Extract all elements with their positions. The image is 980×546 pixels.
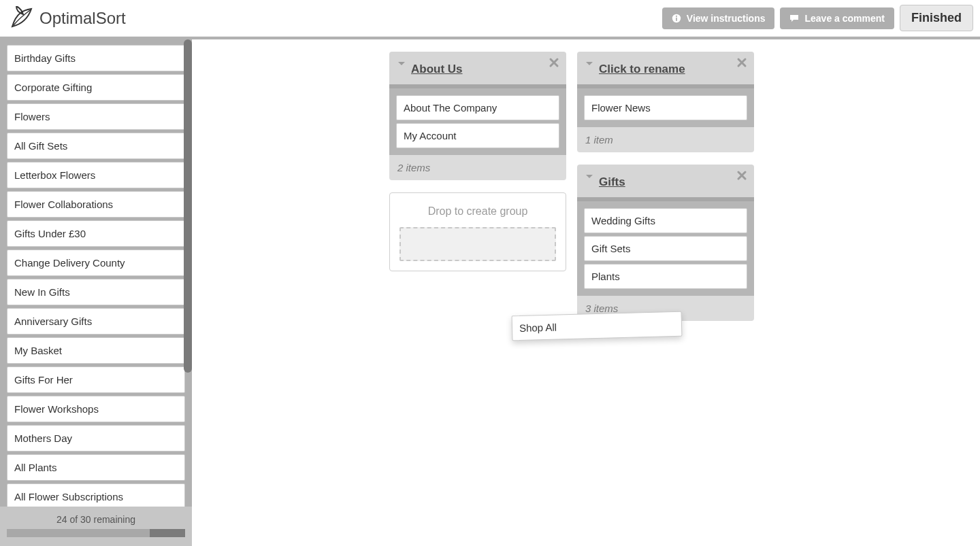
source-card[interactable]: Gifts For Her (7, 366, 185, 393)
group-card[interactable]: Plants (584, 264, 747, 289)
chevron-down-icon[interactable] (585, 173, 593, 181)
app-header: OptimalSort View instructions Leave a co… (0, 0, 980, 37)
source-card[interactable]: Corporate Gifting (7, 74, 185, 101)
drop-label: Drop to create group (399, 205, 556, 218)
source-card[interactable]: My Basket (7, 337, 185, 364)
progress-fill (150, 529, 185, 537)
group-card[interactable]: My Account (396, 123, 559, 148)
leave-comment-label: Leave a comment (804, 13, 885, 24)
close-icon[interactable] (736, 57, 747, 68)
remaining-count: 24 of 30 remaining (56, 514, 135, 525)
source-card[interactable]: Mothers Day (7, 425, 185, 451)
group-click-to-rename[interactable]: Click to rename Flower News 1 item (577, 52, 754, 152)
view-instructions-button[interactable]: View instructions (662, 7, 775, 29)
close-icon[interactable] (549, 57, 559, 68)
group-card[interactable]: About The Company (396, 95, 559, 120)
canvas-column-1: About Us About The CompanyMy Account 2 i… (389, 52, 566, 271)
leave-comment-button[interactable]: Leave a comment (780, 7, 894, 29)
logo-leaf-icon (10, 6, 34, 31)
brand-name: OptimalSort (39, 9, 126, 28)
svg-rect-1 (676, 17, 677, 20)
group-body[interactable]: Flower News (577, 88, 754, 127)
group-card[interactable]: Gift Sets (584, 236, 747, 261)
source-card[interactable]: Flower Collaborations (7, 191, 185, 218)
source-card[interactable]: All Plants (7, 454, 185, 481)
scrollbar-thumb[interactable] (184, 39, 192, 373)
source-footer: 24 of 30 remaining (0, 507, 192, 546)
group-body[interactable]: About The CompanyMy Account (389, 88, 566, 155)
source-card[interactable]: All Flower Subscriptions (7, 483, 185, 507)
group-header[interactable]: Click to rename (577, 52, 754, 88)
info-icon (672, 14, 681, 23)
source-card[interactable]: Change Delivery County (7, 250, 185, 276)
group-title[interactable]: Gifts (599, 175, 625, 189)
drop-create-group[interactable]: Drop to create group (389, 192, 566, 271)
source-card[interactable]: Flowers (7, 103, 185, 130)
source-card[interactable]: Birthday Gifts (7, 45, 185, 71)
group-header[interactable]: Gifts (577, 165, 754, 201)
close-icon[interactable] (736, 170, 747, 181)
group-body[interactable]: Wedding GiftsGift SetsPlants (577, 201, 754, 296)
group-card[interactable]: Flower News (584, 95, 747, 120)
source-card[interactable]: New In Gifts (7, 279, 185, 305)
group-count: 1 item (577, 127, 754, 152)
group-gifts[interactable]: Gifts Wedding GiftsGift SetsPlants 3 ite… (577, 165, 754, 321)
group-count: 2 items (389, 155, 566, 180)
chevron-down-icon[interactable] (585, 60, 593, 68)
sort-canvas[interactable]: About Us About The CompanyMy Account 2 i… (192, 39, 980, 546)
drop-slot[interactable] (399, 227, 556, 261)
header-actions: View instructions Leave a comment Finish… (662, 5, 973, 31)
brand: OptimalSort (7, 6, 126, 31)
source-card[interactable]: All Gift Sets (7, 133, 185, 159)
source-card[interactable]: Flower Workshops (7, 396, 185, 422)
main: Birthday GiftsCorporate GiftingFlowersAl… (0, 39, 980, 546)
source-panel: Birthday GiftsCorporate GiftingFlowersAl… (0, 39, 192, 546)
source-card[interactable]: Letterbox Flowers (7, 162, 185, 188)
dragging-card[interactable]: Shop All (512, 311, 683, 341)
group-title[interactable]: Click to rename (599, 63, 685, 76)
source-card[interactable]: Gifts Under £30 (7, 220, 185, 247)
progress-bar (7, 529, 185, 537)
svg-point-2 (676, 15, 677, 16)
group-header[interactable]: About Us (389, 52, 566, 88)
group-card[interactable]: Wedding Gifts (584, 208, 747, 233)
chevron-down-icon[interactable] (397, 60, 406, 68)
group-title[interactable]: About Us (411, 63, 463, 76)
canvas-column-2: Click to rename Flower News 1 item Gifts (577, 52, 754, 321)
group-about-us[interactable]: About Us About The CompanyMy Account 2 i… (389, 52, 566, 180)
comment-icon (789, 14, 799, 23)
source-card[interactable]: Anniversary Gifts (7, 308, 185, 335)
view-instructions-label: View instructions (687, 13, 766, 24)
source-card-list[interactable]: Birthday GiftsCorporate GiftingFlowersAl… (0, 39, 192, 507)
finished-button[interactable]: Finished (900, 5, 973, 31)
